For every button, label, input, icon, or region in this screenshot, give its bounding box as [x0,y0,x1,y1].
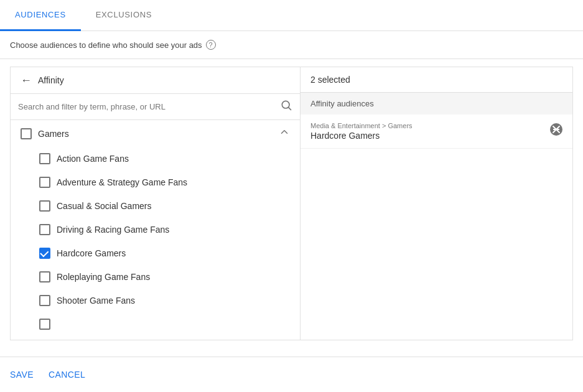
main-content: ← Affinity Gamers [10,67,573,340]
selected-name: Hardcore Gamers [310,131,546,141]
right-panel: 2 selected Affinity audiences Media & En… [301,67,572,340]
list-item[interactable]: Driving & Racing Game Fans [11,218,300,241]
chevron-up-icon [279,126,290,141]
section-label: Affinity audiences [301,93,572,114]
subtitle-bar: Choose audiences to define who should se… [0,31,583,59]
list-item[interactable]: Casual & Social Gamers [11,194,300,218]
search-bar [11,94,300,120]
driving-game-checkbox[interactable] [39,224,50,235]
list-item[interactable]: Shooter Game Fans [11,289,300,312]
casual-game-label: Casual & Social Gamers [57,201,152,211]
adventure-game-label: Adventure & Strategy Game Fans [57,177,187,187]
hardcore-game-label: Hardcore Gamers [57,248,126,258]
selected-item-info: Media & Entertainment > Gamers Hardcore … [310,122,546,141]
panel-header: ← Affinity [11,67,300,94]
help-icon[interactable]: ? [206,40,216,50]
tab-audiences[interactable]: AUDIENCES [0,0,81,31]
extra-game-checkbox[interactable] [39,319,50,330]
roleplaying-game-label: Roleplaying Game Fans [57,272,150,282]
selected-item: Media & Entertainment > Gamers Hardcore … [301,114,572,149]
list-item[interactable] [11,312,300,336]
selected-breadcrumb: Media & Entertainment > Gamers [310,122,546,129]
left-panel: ← Affinity Gamers [11,67,301,340]
cancel-button[interactable]: CANCEL [49,367,85,382]
adventure-game-checkbox[interactable] [39,177,50,188]
list-item[interactable]: Adventure & Strategy Game Fans [11,170,300,194]
tabs-container: AUDIENCES EXCLUSIONS [0,0,583,31]
list-item[interactable]: Action Game Fans [11,147,300,170]
panel-title: Affinity [38,75,64,85]
group-label: Gamers [38,129,273,139]
search-input[interactable] [18,102,275,111]
search-icon [280,99,292,114]
hardcore-game-checkbox[interactable] [39,248,50,259]
group-checkbox[interactable] [21,128,32,139]
action-game-checkbox[interactable] [39,153,50,164]
subtitle-text: Choose audiences to define who should se… [10,40,202,50]
back-button[interactable]: ← [21,75,32,86]
svg-line-1 [289,108,291,110]
driving-game-label: Driving & Racing Game Fans [57,225,169,235]
save-button[interactable]: SAVE [10,367,34,382]
list-item[interactable]: Roleplaying Game Fans [11,265,300,289]
shooter-game-label: Shooter Game Fans [57,296,135,306]
list-item[interactable]: Hardcore Gamers [11,241,300,265]
tab-exclusions[interactable]: EXCLUSIONS [81,0,167,31]
svg-point-0 [282,101,289,108]
footer: SAVE CANCEL [0,357,583,392]
list-area: Gamers Action Game Fans Adventure & Stra… [11,120,300,340]
roleplaying-game-checkbox[interactable] [39,271,50,282]
group-gamers[interactable]: Gamers [11,120,300,147]
selected-count: 2 selected [301,67,572,93]
remove-button[interactable] [550,123,562,136]
shooter-game-checkbox[interactable] [39,295,50,306]
action-game-label: Action Game Fans [57,154,129,164]
casual-game-checkbox[interactable] [39,200,50,212]
